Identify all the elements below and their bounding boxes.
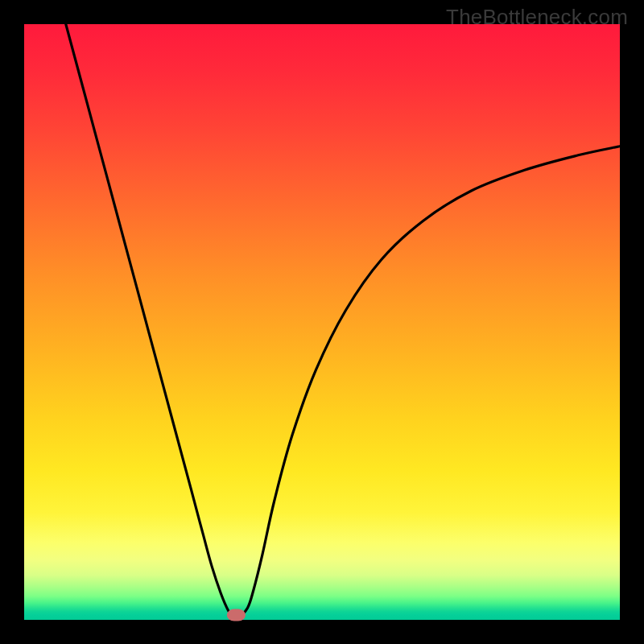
bottleneck-curve <box>24 24 620 620</box>
plot-area <box>24 24 620 620</box>
optimal-point-marker <box>227 609 245 621</box>
chart-frame: TheBottleneck.com <box>0 0 644 644</box>
